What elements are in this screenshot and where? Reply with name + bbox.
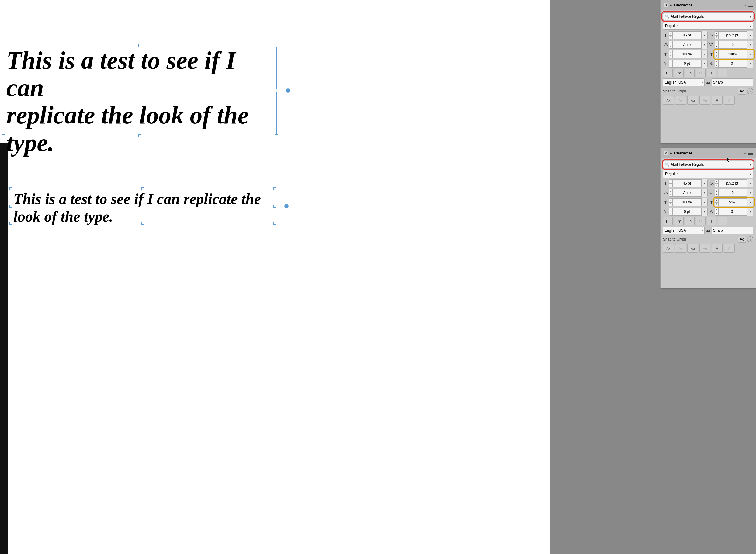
language-select-bottom[interactable]: English: USA ▾ [663,226,705,234]
spin-down-base-bottom[interactable]: ▾ [669,212,672,216]
handle-mr[interactable] [275,89,278,92]
type-btn-f-top[interactable]: F [718,69,727,77]
spin-down-skew-bottom[interactable]: ▾ [715,212,718,216]
spin-up-size-top[interactable]: ▴ [669,32,672,36]
spin-down-vscale-top[interactable]: ▾ [715,54,718,58]
handle-circle[interactable] [286,89,290,93]
handle-bl-b[interactable] [9,222,12,225]
handle-br[interactable] [275,134,278,137]
spin-down-kern-top[interactable]: ▾ [669,45,672,49]
panel-menu-icon-bottom[interactable] [748,152,753,155]
skew-input-top[interactable]: ▴ ▾ 0° ▾ [715,60,754,67]
handle-circle-b[interactable] [284,204,288,208]
text-box-top[interactable]: This is a test to see if I canreplicate … [3,45,277,136]
leading-input-top[interactable]: ▴ ▾ (55.2 pt) ▾ [715,31,754,39]
spin-up-hscale-bottom[interactable]: ▴ [669,199,672,203]
spin-up-kern-top[interactable]: ▴ [669,41,672,45]
baseline-input-top[interactable]: ▴ ▾ 0 pt ▾ [669,60,708,67]
snap-icon-ag-top[interactable]: Ag [738,88,746,95]
glyph-btn-a2-bottom[interactable]: A [724,244,735,253]
handle-mr-b[interactable] [273,205,276,208]
glyph-btn-a1-top[interactable]: A [712,96,722,105]
glyph-btn-ag2-bottom[interactable]: Ag [699,244,710,253]
panel-menu-icon-top[interactable] [748,4,753,7]
type-btn-tt-bottom[interactable]: TT [663,217,673,225]
snap-icon-ag-bottom[interactable]: Ag [738,236,746,243]
spin-down-leading-bottom[interactable]: ▾ [715,184,718,187]
glyph-btn-ag1-top[interactable]: Ag [687,96,698,105]
font-size-dropdown-bottom[interactable]: ▾ [701,179,707,187]
glyph-btn-ax1-bottom[interactable]: Ax [663,244,674,253]
type-btn-f-bottom[interactable]: F [718,217,727,225]
v-scale-input-bottom[interactable]: ▴ ▾ 52% ▾ [715,198,754,206]
type-btn-tr-bottom[interactable]: Tr [674,217,684,225]
skew-dropdown-bottom[interactable]: ▾ [747,208,753,216]
handle-tm[interactable] [139,44,142,47]
spin-up-skew-bottom[interactable]: ▴ [715,208,718,212]
spin-up-vscale-top[interactable]: ▴ [715,51,718,54]
tracking-input-bottom[interactable]: ▴ ▾ 0 ▾ [715,189,754,197]
spin-down-size-bottom[interactable]: ▾ [669,184,672,187]
spin-up-leading-bottom[interactable]: ▴ [715,180,718,184]
spin-up-leading-top[interactable]: ▴ [715,32,718,36]
antialiasing-select-top[interactable]: Sharp ▾ [712,78,753,87]
type-btn-tsup-bottom[interactable]: Ts [685,217,695,225]
h-scale-input-bottom[interactable]: ▴ ▾ 100% ▾ [669,198,708,206]
handle-br-b[interactable] [273,222,276,225]
handle-tl[interactable] [2,44,5,47]
spin-up-skew-top[interactable]: ▴ [715,60,718,64]
collapse-icon-top[interactable]: ◆ [670,3,672,7]
spin-down-track-top[interactable]: ▾ [715,45,718,49]
skew-input-bottom[interactable]: ▴ ▾ 0° ▾ [715,208,754,216]
spin-up-track-top[interactable]: ▴ [715,41,718,45]
v-scale-input-top[interactable]: ▴ ▾ 100% ▾ [715,50,754,58]
spin-up-hscale-top[interactable]: ▴ [669,51,672,54]
antialiasing-select-bottom[interactable]: Sharp ▾ [712,226,753,234]
handle-bm-b[interactable] [142,222,145,225]
type-btn-tsup-top[interactable]: Ts [685,69,695,77]
tracking-dropdown-bottom[interactable]: ▾ [747,189,753,197]
spin-down-base-top[interactable]: ▾ [669,64,672,67]
type-btn-tsub-bottom[interactable]: T1 [696,217,705,225]
skew-dropdown-top[interactable]: ▾ [747,60,753,67]
handle-tr-b[interactable] [273,187,276,190]
spin-down-skew-top[interactable]: ▾ [715,64,718,67]
spin-down-track-bottom[interactable]: ▾ [715,193,718,197]
text-box-bottom[interactable]: This is a test to see if I can replicate… [11,188,275,223]
tracking-input-top[interactable]: ▴ ▾ 0 ▾ [715,41,754,49]
font-style-select-bottom[interactable]: Regular ▾ [663,170,753,178]
spin-down-hscale-bottom[interactable]: ▾ [669,203,672,206]
kerning-dropdown-top[interactable]: ▾ [701,41,707,49]
type-btn-t-top[interactable]: T [707,69,716,77]
baseline-input-bottom[interactable]: ▴ ▾ 0 pt ▾ [669,208,708,216]
kerning-dropdown-bottom[interactable]: ▾ [701,189,707,197]
v-scale-dropdown-bottom[interactable]: ▾ [747,198,753,206]
panel-close-button-bottom[interactable]: ✕ [663,151,668,155]
handle-ml-b[interactable] [9,205,12,208]
font-size-dropdown-top[interactable]: ▾ [701,31,707,39]
spin-up-track-bottom[interactable]: ▴ [715,189,718,193]
kerning-input-top[interactable]: ▴ ▾ Auto ▾ [669,41,708,49]
font-name-select-bottom[interactable]: 🔍 Abril Fatface Regular ▾ [663,161,753,168]
h-scale-input-top[interactable]: ▴ ▾ 100% ▾ [669,50,708,58]
type-btn-tr-top[interactable]: Tr [674,69,684,77]
handle-bl[interactable] [2,134,5,137]
glyph-btn-ax1-top[interactable]: Ax [663,96,674,105]
baseline-dropdown-top[interactable]: ▾ [701,60,707,67]
type-btn-t-bottom[interactable]: T [707,217,716,225]
handle-tm-b[interactable] [142,187,145,190]
type-btn-tt-top[interactable]: TT [663,69,673,77]
spin-down-hscale-top[interactable]: ▾ [669,54,672,58]
snap-info-icon-top[interactable]: i [747,88,753,94]
h-scale-dropdown-top[interactable]: ▾ [701,50,707,58]
glyph-btn-ax2-bottom[interactable]: Ax [675,244,686,253]
leading-input-bottom[interactable]: ▴ ▾ (55.2 pt) ▾ [715,179,754,187]
font-size-input-top[interactable]: ▴ ▾ 46 pt ▾ [669,31,708,39]
glyph-btn-ax2-top[interactable]: Ax [675,96,686,105]
glyph-btn-ag2-top[interactable]: Ag [699,96,710,105]
font-size-input-bottom[interactable]: ▴ ▾ 46 pt ▾ [669,179,708,187]
glyph-btn-a1-bottom[interactable]: A [712,244,722,253]
glyph-btn-a2-top[interactable]: A [724,96,735,105]
snap-info-icon-bottom[interactable]: i [747,236,753,242]
spin-up-base-bottom[interactable]: ▴ [669,208,672,212]
